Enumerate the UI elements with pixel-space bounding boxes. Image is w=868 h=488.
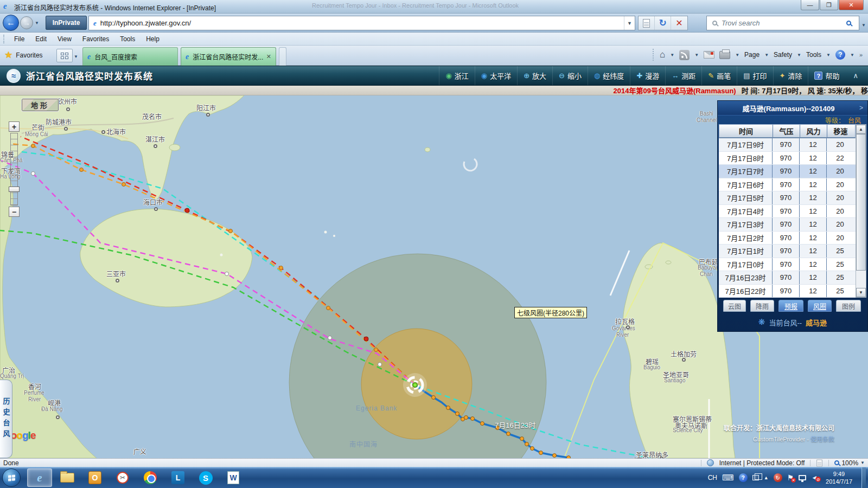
- taskbar-snipping-tool[interactable]: ✂: [110, 468, 135, 487]
- compatibility-status-icon[interactable]: [817, 459, 822, 466]
- toolbar-button-5[interactable]: ◍经纬度: [588, 66, 630, 85]
- toolbar-button-4[interactable]: ⊖缩小: [552, 66, 588, 85]
- menu-item-view[interactable]: View: [52, 34, 77, 44]
- start-button[interactable]: [2, 468, 21, 487]
- show-desktop-button[interactable]: [861, 467, 866, 488]
- close-button[interactable]: ✕: [839, 0, 864, 10]
- scroll-down-button[interactable]: ▼: [856, 288, 866, 297]
- terms-link[interactable]: 使用条款: [810, 436, 834, 442]
- toolbar-button-3[interactable]: ⊕放大: [517, 66, 552, 85]
- sync-icon[interactable]: ↻: [774, 473, 782, 482]
- print-icon[interactable]: [719, 51, 730, 59]
- search-placeholder[interactable]: Trovi search: [722, 19, 841, 27]
- help-dropdown[interactable]: ▼: [850, 53, 854, 57]
- taskbar-clock[interactable]: 9:49 2014/7/17: [826, 470, 852, 485]
- url-text[interactable]: http://typhoon.zjwater.gov.cn/: [100, 19, 624, 27]
- panel-tab-5[interactable]: 图例: [836, 300, 861, 312]
- panel-tab-3[interactable]: 预报: [778, 300, 803, 312]
- table-row[interactable]: 7月17日1时9701225: [719, 245, 856, 258]
- rss-feed-icon[interactable]: [679, 50, 690, 60]
- toolbar-button-6[interactable]: ✚漫游: [630, 66, 665, 85]
- network-icon[interactable]: [799, 475, 806, 480]
- tray-windows-icon[interactable]: [752, 475, 759, 480]
- taskbar-chrome[interactable]: [138, 468, 163, 487]
- table-row[interactable]: 7月17日0时9701225: [719, 258, 856, 272]
- toolbar-button-10[interactable]: ✦清除: [773, 66, 808, 85]
- zoom-dropdown[interactable]: ▼: [860, 460, 865, 465]
- page-menu[interactable]: Page: [744, 51, 760, 59]
- help-icon[interactable]: ?: [835, 50, 845, 60]
- taskbar-ie[interactable]: e: [27, 468, 52, 487]
- table-row[interactable]: 7月17日5时9701220: [719, 191, 856, 205]
- search-go-icon[interactable]: [846, 21, 851, 25]
- table-scrollbar[interactable]: ▲ ▼: [856, 124, 866, 298]
- toolbar-button-7[interactable]: ↔测距: [665, 66, 701, 85]
- volume-muted-icon[interactable]: ◄⊘: [811, 474, 818, 481]
- panel-collapse-chevron[interactable]: >: [859, 104, 863, 112]
- recent-pages-dropdown[interactable]: ▼: [35, 21, 39, 25]
- current-typhoon-name[interactable]: 威马逊: [806, 317, 827, 328]
- toolbar-button-9[interactable]: ▤打印: [737, 66, 773, 85]
- safety-dropdown[interactable]: ▼: [797, 53, 801, 57]
- zoom-slider-track[interactable]: [10, 133, 18, 206]
- tab-close-icon[interactable]: ✕: [266, 53, 271, 60]
- taskbar-skype[interactable]: S: [193, 468, 218, 487]
- safety-menu[interactable]: Safety: [774, 51, 792, 59]
- zoom-out-button[interactable]: −: [9, 207, 20, 217]
- table-row[interactable]: 7月17日2时9701220: [719, 232, 856, 245]
- table-row[interactable]: 7月16日23时9701225: [719, 271, 856, 285]
- search-dropdown[interactable]: ▼: [861, 23, 866, 28]
- zoom-in-button[interactable]: +: [9, 121, 20, 132]
- map-area[interactable]: 钦州市防城港市北海市湛江市茂名市阳江市芒街Móng Cái锦普Cẩm Phả下龙…: [0, 95, 868, 458]
- menu-item-help[interactable]: Help: [141, 34, 165, 44]
- maximize-button[interactable]: ❐: [820, 0, 838, 10]
- tools-dropdown[interactable]: ▼: [826, 53, 831, 57]
- table-row[interactable]: 7月17日8时9701222: [719, 152, 856, 165]
- search-box[interactable]: Trovi search: [706, 16, 859, 30]
- address-bar[interactable]: e http://typhoon.zjwater.gov.cn/ ▼: [88, 16, 635, 30]
- zoom-slider-handle[interactable]: [9, 187, 20, 192]
- taskbar-lync[interactable]: L: [165, 468, 190, 487]
- zoom-level-control[interactable]: 100% ▼: [834, 459, 865, 467]
- typhoon-icon[interactable]: [403, 373, 427, 397]
- browser-tab-1[interactable]: e台风_百度搜索: [82, 47, 178, 66]
- taskbar-word[interactable]: W: [221, 468, 246, 487]
- favorites-button[interactable]: ★ Favorites: [4, 49, 43, 61]
- forward-button[interactable]: →: [20, 16, 33, 29]
- scroll-up-button[interactable]: ▲: [856, 125, 866, 134]
- show-hidden-icons[interactable]: ▲: [764, 475, 769, 480]
- menu-item-favorites[interactable]: Favorites: [77, 34, 114, 44]
- table-row[interactable]: 7月17日7时9701220: [719, 165, 856, 178]
- map-zoom-control[interactable]: + −: [9, 121, 21, 217]
- feeds-dropdown[interactable]: ▼: [694, 53, 699, 57]
- table-row[interactable]: 7月17日6时9701220: [719, 178, 856, 192]
- terrain-button[interactable]: 地形: [22, 99, 59, 111]
- toolbar-button-8[interactable]: ✎画笔: [701, 66, 737, 85]
- taskbar-outlook[interactable]: O: [82, 468, 107, 487]
- panel-tab-2[interactable]: 降雨: [750, 300, 774, 312]
- table-row[interactable]: 7月16日22时9701225: [719, 285, 856, 298]
- language-indicator[interactable]: CH: [708, 474, 717, 481]
- taskbar-explorer[interactable]: [55, 468, 80, 487]
- new-tab-stub[interactable]: [279, 47, 286, 66]
- action-center-icon[interactable]: ⚑✕: [787, 473, 794, 482]
- print-dropdown[interactable]: ▼: [735, 53, 739, 57]
- panel-tab-4[interactable]: 风圈: [808, 300, 832, 312]
- overflow-chevron[interactable]: »: [859, 52, 863, 58]
- mail-icon[interactable]: [704, 51, 714, 59]
- compatibility-view-button[interactable]: [639, 16, 655, 30]
- table-row[interactable]: 7月17日4时9701220: [719, 205, 856, 219]
- stop-button[interactable]: ✕: [671, 16, 687, 30]
- tools-menu[interactable]: Tools: [806, 51, 821, 59]
- window-titlebar[interactable]: e 浙江省台风路径实时发布系统 - Windows Internet Explo…: [0, 0, 868, 14]
- home-dropdown[interactable]: ▼: [670, 53, 674, 57]
- menu-item-tools[interactable]: Tools: [114, 34, 141, 44]
- page-dropdown[interactable]: ▼: [764, 53, 769, 57]
- history-typhoon-tab[interactable]: 历史台风: [0, 380, 12, 458]
- back-button[interactable]: ←: [3, 15, 19, 31]
- refresh-button[interactable]: ↻: [655, 16, 671, 30]
- minimize-button[interactable]: —: [801, 0, 819, 10]
- address-dropdown[interactable]: ▼: [624, 16, 635, 30]
- tray-help-icon[interactable]: ?: [739, 473, 748, 482]
- home-icon[interactable]: ⌂: [660, 49, 665, 60]
